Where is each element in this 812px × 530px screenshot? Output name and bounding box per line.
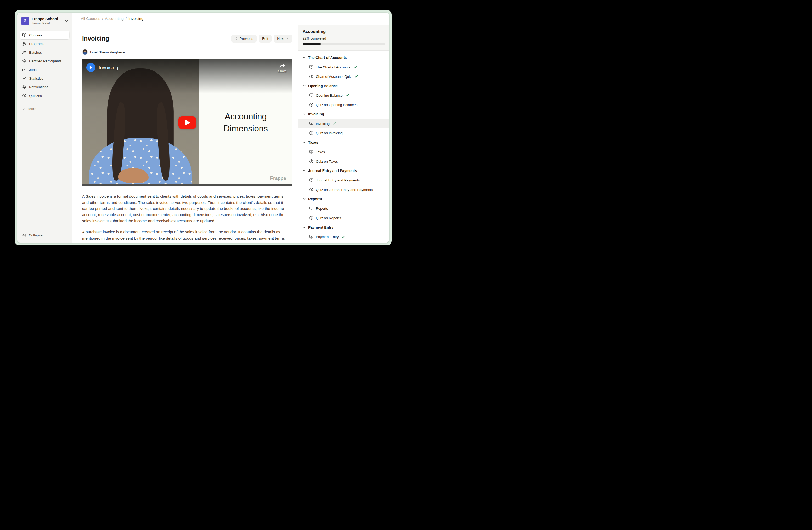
body-row: Invoicing Previous Edit xyxy=(72,25,389,243)
progress-label: 22% completed xyxy=(303,37,385,40)
chevron-down-icon xyxy=(303,84,306,87)
chapter-title: Payment Entry xyxy=(308,225,334,229)
presenter-hands xyxy=(118,168,149,183)
frappe-school-logo xyxy=(21,17,29,25)
lesson-row[interactable]: Payment Entry xyxy=(299,232,389,241)
lesson-row[interactable]: The Chart of Accounts xyxy=(299,62,389,72)
lesson-nav-buttons: Previous Edit Next xyxy=(231,34,292,43)
sidebar-item-label: Certified Participants xyxy=(29,59,62,63)
next-label: Next xyxy=(277,37,284,41)
video-title[interactable]: Invoicing xyxy=(99,65,118,70)
chevron-down-icon xyxy=(65,19,68,23)
window-frame: Frappe School Jannat Patel Courses xyxy=(15,10,392,245)
arrow-left-to-line-icon xyxy=(22,233,26,237)
progress-fill xyxy=(303,43,321,45)
lesson-row[interactable]: Quiz on Invoicing xyxy=(299,128,389,138)
sidebar-item-quizzes[interactable]: Quizzes xyxy=(20,92,69,100)
lesson-body: A Sales invoice is a formal document sen… xyxy=(82,193,287,243)
breadcrumb-separator: / xyxy=(102,16,103,21)
collapse-label: Collapse xyxy=(29,233,43,237)
sidebar-item-courses[interactable]: Courses xyxy=(20,31,69,39)
lesson-row[interactable]: Chart of Accounts Quiz xyxy=(299,72,389,81)
lesson-title: Quiz on Journal Entry and Payments xyxy=(316,188,373,192)
sidebar: Frappe School Jannat Patel Courses xyxy=(17,13,72,243)
share-label: Share xyxy=(278,69,287,73)
breadcrumb-link-accounting[interactable]: Accounting xyxy=(105,16,124,21)
lesson-row[interactable]: Quiz on Journal Entry and Payments xyxy=(299,185,389,194)
lesson-paragraph: A purchase invoice is a document created… xyxy=(82,229,287,243)
chapter-title: Taxes xyxy=(308,141,318,144)
lesson-title: Quiz on Opening Balances xyxy=(316,103,357,107)
video-player[interactable]: Accounting Dimensions F Invoicing xyxy=(82,59,292,186)
chapter-payment-entry[interactable]: Payment Entry xyxy=(299,223,389,232)
page-title: Invoicing xyxy=(82,35,110,42)
more-label: More xyxy=(28,107,37,111)
workspace-info: Frappe School Jannat Patel xyxy=(32,17,62,25)
previous-label: Previous xyxy=(240,37,253,41)
sidebar-more[interactable]: More xyxy=(20,105,69,112)
lesson-main: Invoicing Previous Edit xyxy=(72,25,298,243)
sidebar-item-label: Jobs xyxy=(29,68,37,72)
chapter-title: The Chart of Accounts xyxy=(308,56,347,60)
lesson-row[interactable]: Quiz on Opening Balances xyxy=(299,100,389,110)
workspace-switcher[interactable]: Frappe School Jannat Patel xyxy=(20,16,69,25)
chapter-title: Journal Entry and Payments xyxy=(308,169,357,173)
content-area: All Courses / Accounting / Invoicing Inv… xyxy=(72,13,389,243)
plus-icon[interactable] xyxy=(63,107,67,111)
sidebar-item-programs[interactable]: Programs xyxy=(20,40,69,48)
chapter-journal-entry-and-payments[interactable]: Journal Entry and Payments xyxy=(299,166,389,176)
monitor-play-icon xyxy=(309,235,314,239)
lesson-paragraph: A Sales invoice is a formal document sen… xyxy=(82,193,287,224)
sidebar-item-label: Statistics xyxy=(29,76,43,80)
graduation-cap-logo-icon xyxy=(23,18,28,24)
chapter-the-chart-of-accounts[interactable]: The Chart of Accounts xyxy=(299,53,389,62)
edit-button[interactable]: Edit xyxy=(259,34,272,43)
lesson-row[interactable]: Taxes xyxy=(299,147,389,157)
next-button[interactable]: Next xyxy=(274,34,292,43)
sidebar-item-label: Quizzes xyxy=(29,94,42,98)
chapter-invoicing[interactable]: Invoicing xyxy=(299,110,389,119)
check-icon xyxy=(342,235,345,239)
sidebar-collapse-button[interactable]: Collapse xyxy=(20,231,69,239)
check-icon xyxy=(354,75,358,78)
breadcrumb: All Courses / Accounting / Invoicing xyxy=(72,13,389,25)
play-button[interactable] xyxy=(178,116,196,129)
lesson-row[interactable]: Opening Balance xyxy=(299,90,389,100)
monitor-play-icon xyxy=(309,206,314,211)
course-outline: The Chart of Accounts The Chart of Accou… xyxy=(299,51,389,243)
lesson-title: Quiz on Reports xyxy=(316,216,341,220)
channel-avatar[interactable]: F xyxy=(86,63,96,72)
chevron-right-icon xyxy=(22,107,26,111)
previous-button[interactable]: Previous xyxy=(231,34,257,43)
monitor-play-icon xyxy=(309,93,314,97)
lesson-row[interactable]: Reports xyxy=(299,204,389,213)
sidebar-item-batches[interactable]: Batches xyxy=(20,48,69,57)
lesson-title: Invoicing xyxy=(316,122,330,126)
lesson-title: Reports xyxy=(316,207,328,211)
chapter-reports[interactable]: Reports xyxy=(299,194,389,204)
lesson-row[interactable]: Journal Entry and Payments xyxy=(299,176,389,185)
chapter-title: Opening Balance xyxy=(308,84,338,88)
video-watermark: Frappe xyxy=(270,176,286,181)
share-arrow-icon xyxy=(278,62,286,69)
lesson-row[interactable]: Quiz on Taxes xyxy=(299,157,389,166)
sidebar-item-certified-participants[interactable]: Certified Participants xyxy=(20,57,69,65)
lesson-title: Payment Entry xyxy=(316,235,339,239)
sidebar-item-statistics[interactable]: Statistics xyxy=(20,74,69,83)
monitor-play-icon xyxy=(309,65,314,69)
chevron-down-icon xyxy=(303,226,306,229)
chapter-opening-balance[interactable]: Opening Balance xyxy=(299,81,389,90)
breadcrumb-link-all-courses[interactable]: All Courses xyxy=(81,16,100,21)
breadcrumb-separator: / xyxy=(126,16,127,21)
lesson-row-active[interactable]: Invoicing xyxy=(299,119,389,128)
video-progress-bar[interactable] xyxy=(82,184,292,186)
chevron-right-icon xyxy=(286,37,289,40)
sidebar-item-jobs[interactable]: Jobs xyxy=(20,66,69,74)
lesson-row[interactable]: Quiz on Reports xyxy=(299,213,389,223)
chapter-taxes[interactable]: Taxes xyxy=(299,138,389,147)
slide-text: Accounting Dimensions xyxy=(223,111,267,135)
sidebar-item-notifications[interactable]: Notifications 1 xyxy=(20,83,69,91)
share-button[interactable]: Share xyxy=(278,62,287,73)
chevron-down-icon xyxy=(303,197,306,200)
lesson-title: Opening Balance xyxy=(316,94,343,97)
